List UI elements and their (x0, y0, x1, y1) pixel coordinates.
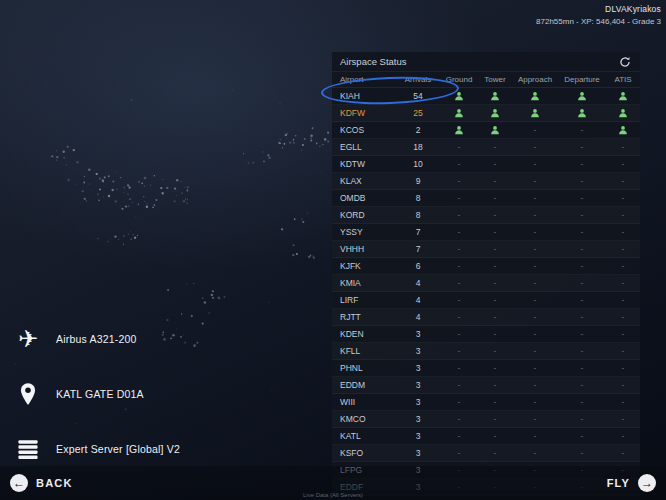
facility-status-atis (606, 125, 640, 136)
facility-status-tower: - (478, 227, 512, 237)
table-row[interactable]: RJTT4----- (332, 309, 640, 326)
table-row[interactable]: KCOS2-- (332, 122, 640, 139)
table-row[interactable]: YSSY7----- (332, 224, 640, 241)
table-row[interactable]: KDFW25 (332, 105, 640, 122)
arrivals-count: 3 (396, 380, 440, 390)
facility-status-approach (512, 91, 558, 102)
server-selector[interactable]: Expert Server [Global] V2 (10, 434, 180, 464)
table-row[interactable]: KDTW10----- (332, 156, 640, 173)
facility-status-tower: - (478, 295, 512, 305)
table-header-row: Airport Arrivals Ground Tower Approach D… (332, 72, 640, 88)
table-row[interactable]: KORD8----- (332, 207, 640, 224)
facility-status-ground: - (440, 431, 478, 441)
facility-status-departure: - (558, 363, 606, 373)
controller-active-icon (490, 125, 500, 135)
facility-status-tower: - (478, 363, 512, 373)
table-row[interactable]: KATL3----- (332, 428, 640, 445)
table-row[interactable]: LIRF4----- (332, 292, 640, 309)
table-row[interactable]: KDEN3----- (332, 326, 640, 343)
gate-label: KATL GATE D01A (56, 388, 144, 400)
facility-status-ground: - (440, 329, 478, 339)
gate-selector[interactable]: KATL GATE D01A (10, 379, 144, 409)
col-header-approach: Approach (512, 75, 558, 84)
arrivals-count: 7 (396, 244, 440, 254)
facility-status-atis: - (606, 363, 640, 373)
col-header-departure: Departure (558, 75, 606, 84)
table-row[interactable]: VHHH7----- (332, 241, 640, 258)
table-row[interactable]: WIII3----- (332, 394, 640, 411)
airspace-panel-title: Airspace Status (340, 56, 407, 67)
airport-code: LIRF (332, 295, 396, 305)
user-stats-bar: DLVAKyriakos 872h55mn - XP: 546,404 - Gr… (536, 4, 661, 26)
facility-status-atis: - (606, 346, 640, 356)
aircraft-selector[interactable]: ✈ Airbus A321-200 (10, 324, 137, 354)
facility-status-departure: - (558, 380, 606, 390)
table-row[interactable]: KJFK6----- (332, 258, 640, 275)
arrivals-count: 4 (396, 312, 440, 322)
facility-status-ground: - (440, 278, 478, 288)
arrivals-count: 3 (396, 414, 440, 424)
airport-code: KDTW (332, 159, 396, 169)
airspace-panel-header: Airspace Status (332, 52, 640, 72)
facility-status-tower: - (478, 193, 512, 203)
facility-status-approach: - (512, 295, 558, 305)
facility-status-atis: - (606, 227, 640, 237)
controller-active-icon (454, 91, 464, 101)
facility-status-ground: - (440, 244, 478, 254)
facility-status-atis: - (606, 159, 640, 169)
facility-status-tower: - (478, 431, 512, 441)
arrivals-count: 25 (396, 108, 440, 118)
table-row[interactable]: KMIA4----- (332, 275, 640, 292)
controller-active-icon (454, 125, 464, 135)
table-row[interactable]: KLAX9----- (332, 173, 640, 190)
facility-status-departure: - (558, 176, 606, 186)
table-row[interactable]: KFLL3----- (332, 343, 640, 360)
airport-code: KCOS (332, 125, 396, 135)
fly-label: FLY (607, 477, 630, 489)
arrow-left-icon: ← (10, 474, 28, 492)
airport-code: WIII (332, 397, 396, 407)
table-row[interactable]: KMCO3----- (332, 411, 640, 428)
table-row[interactable]: KIAH54 (332, 88, 640, 105)
airport-code: KDFW (332, 108, 396, 118)
facility-status-approach: - (512, 414, 558, 424)
airport-code: KMIA (332, 278, 396, 288)
table-row[interactable]: OMDB8----- (332, 190, 640, 207)
back-button[interactable]: ← BACK (10, 474, 73, 492)
facility-status-departure: - (558, 312, 606, 322)
facility-status-departure: - (558, 125, 606, 135)
facility-status-ground: - (440, 414, 478, 424)
table-row[interactable]: PHNL3----- (332, 360, 640, 377)
facility-status-atis (606, 91, 640, 102)
table-row[interactable]: KSFO3----- (332, 445, 640, 462)
airport-code: KMCO (332, 414, 396, 424)
facility-status-approach: - (512, 261, 558, 271)
back-label: BACK (36, 477, 73, 489)
facility-status-ground: - (440, 363, 478, 373)
airport-code: KJFK (332, 261, 396, 271)
controller-active-icon (530, 91, 540, 101)
refresh-button[interactable] (618, 55, 632, 69)
facility-status-departure: - (558, 431, 606, 441)
facility-status-atis: - (606, 261, 640, 271)
facility-status-atis: - (606, 380, 640, 390)
airport-code: YSSY (332, 227, 396, 237)
facility-status-departure: - (558, 227, 606, 237)
facility-status-tower: - (478, 244, 512, 254)
fly-button[interactable]: FLY → (607, 474, 656, 492)
table-row[interactable]: EGLL18----- (332, 139, 640, 156)
facility-status-atis: - (606, 414, 640, 424)
facility-status-approach: - (512, 448, 558, 458)
controller-active-icon (618, 125, 628, 135)
table-row[interactable]: EDDM3----- (332, 377, 640, 394)
airport-code: EDDM (332, 380, 396, 390)
facility-status-approach: - (512, 176, 558, 186)
location-pin-icon (10, 381, 46, 407)
airport-code: OMDB (332, 193, 396, 203)
facility-status-tower (478, 125, 512, 136)
airport-code: KDEN (332, 329, 396, 339)
facility-status-departure: - (558, 210, 606, 220)
facility-status-departure: - (558, 414, 606, 424)
live-data-watermark: Live Data (All Servers) (0, 492, 666, 498)
facility-status-approach: - (512, 278, 558, 288)
